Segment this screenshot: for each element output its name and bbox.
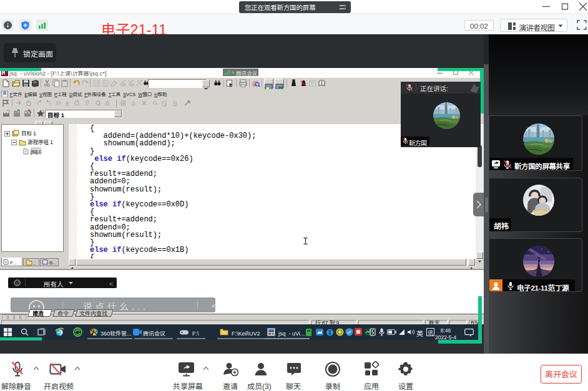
svg-text:@: @ [252,80,258,87]
